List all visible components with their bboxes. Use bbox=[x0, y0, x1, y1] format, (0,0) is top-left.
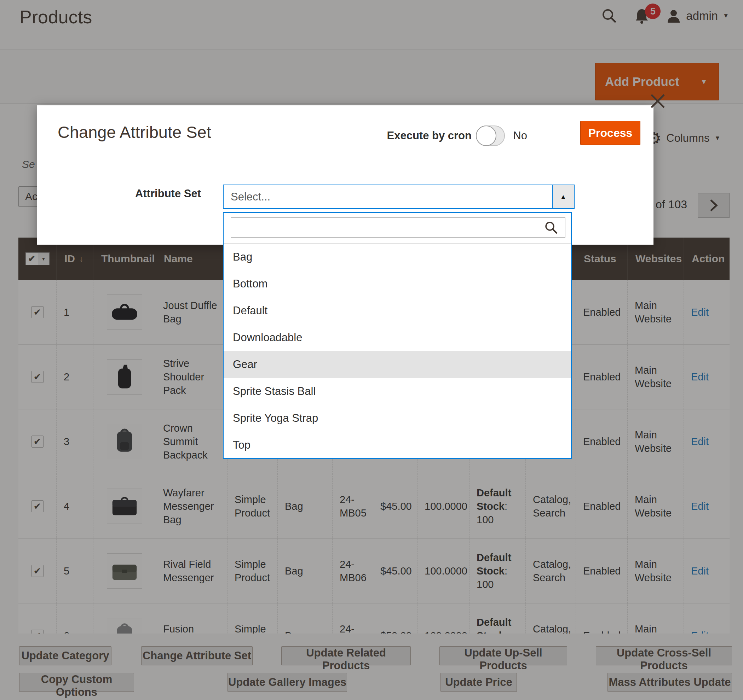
execute-by-cron-toggle[interactable] bbox=[476, 126, 505, 146]
attribute-set-select[interactable]: Select... ▲ bbox=[223, 185, 574, 209]
attribute-set-options-list: BagBottomDefaultDownloadableGearSprite S… bbox=[223, 244, 571, 459]
execute-by-cron-label: Execute by cron bbox=[387, 129, 472, 142]
attribute-set-label: Attribute Set bbox=[37, 188, 201, 200]
attribute-set-option[interactable]: Bottom bbox=[223, 270, 571, 297]
modal-close-button[interactable] bbox=[648, 92, 667, 110]
toggle-knob bbox=[476, 126, 496, 146]
toggle-state-label: No bbox=[513, 129, 527, 142]
attribute-set-search-input[interactable] bbox=[231, 217, 565, 238]
attribute-set-option[interactable]: Sprite Yoga Strap bbox=[223, 405, 571, 432]
products-admin-page: Products 5 admin ▼ Add Product ▼ Se Ac ⚙… bbox=[0, 0, 743, 700]
close-icon bbox=[648, 92, 667, 110]
attribute-set-option[interactable]: Downloadable bbox=[223, 324, 571, 351]
search-icon bbox=[544, 221, 558, 235]
process-button[interactable]: Process bbox=[580, 121, 640, 145]
attribute-set-option[interactable]: Gear bbox=[223, 351, 571, 378]
attribute-set-option[interactable]: Default bbox=[223, 297, 571, 324]
attribute-set-dropdown-panel: BagBottomDefaultDownloadableGearSprite S… bbox=[223, 212, 572, 459]
attribute-set-option[interactable]: Sprite Stasis Ball bbox=[223, 378, 571, 405]
attribute-set-option[interactable]: Bag bbox=[223, 244, 571, 270]
attribute-set-option[interactable]: Top bbox=[223, 432, 571, 459]
select-collapse-button[interactable]: ▲ bbox=[552, 185, 574, 208]
select-current-value: Select... bbox=[223, 185, 552, 208]
chevron-up-icon: ▲ bbox=[560, 193, 567, 201]
modal-title: Change Attribute Set bbox=[58, 122, 211, 142]
